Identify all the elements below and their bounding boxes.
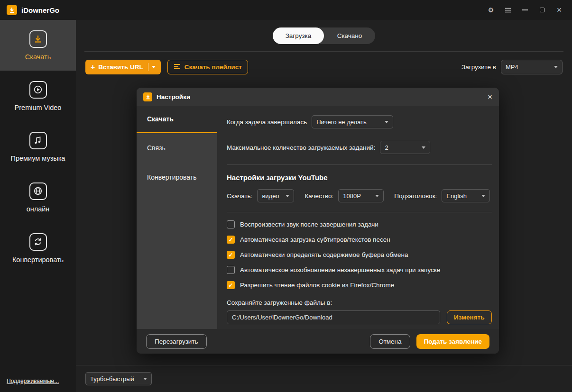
maximize-icon[interactable] [536,4,548,16]
chevron-down-icon [385,121,388,123]
checkbox-row: Автоматическое возобновление незавершенн… [227,265,492,274]
yt-subtitle-label: Подзаголовок: [394,192,437,200]
convert-icon [29,233,47,251]
premium-music-icon [29,132,47,149]
task-finished-label: Когда задача завершилась [227,119,307,126]
bottom-bar: Турбо-быстрый [76,365,572,392]
sidebar-item-premium-video[interactable]: Premium Video [0,71,76,121]
check-icon: ✓ [228,237,233,243]
dialog-header: Настройки × [137,88,499,106]
playlist-icon [174,64,181,71]
checkbox-read-cookies[interactable]: ✓ [227,281,235,289]
download-playlist-button[interactable]: Скачать плейлист [167,60,248,74]
sidebar-item-label: Премиум музыка [11,155,65,162]
sidebar-item-online[interactable]: онлайн [0,172,76,223]
speed-select[interactable]: Турбо-быстрый [85,372,152,385]
minimize-icon[interactable] [519,4,531,16]
settings-tab-convert[interactable]: Конвертировать [137,163,217,192]
online-icon [29,182,47,200]
reload-button[interactable]: Перезагрузить [146,334,207,349]
settings-dialog: Настройки × Скачать Связь Конвертировать… [137,88,499,354]
chevron-down-icon [286,195,289,197]
max-downloads-label: Максимальное количество загружаемых зада… [227,144,375,151]
save-path-label: Сохраняйте загруженные файлы в: [227,299,492,306]
yt-quality-label: Качество: [304,192,333,200]
chevron-down-icon [375,195,379,197]
sidebar-item-premium-music[interactable]: Премиум музыка [0,121,76,172]
chevron-down-icon [143,378,147,380]
app-title: iDownerGo [21,6,59,14]
format-select[interactable]: MP4 [501,60,563,74]
apply-button[interactable]: Подать заявление [416,334,489,349]
download-icon [29,30,47,48]
chevron-down-icon [422,146,425,149]
gear-icon[interactable]: ⚙ [485,4,497,16]
supported-sites-link[interactable]: Поддерживаемые... [7,378,59,384]
sidebar: Скачать Premium Video Премиум музыка онл… [0,20,76,392]
tab-downloading[interactable]: Загрузка [273,27,324,44]
checkbox-auto-subtitles[interactable]: ✓ [227,236,235,244]
close-icon[interactable]: × [553,4,565,16]
settings-tab-download[interactable]: Скачать [137,106,217,133]
divider [148,63,148,71]
app-logo-icon [7,5,17,15]
checkbox-play-sound[interactable] [227,220,235,228]
chevron-down-icon [481,195,485,197]
max-downloads-select[interactable]: 2 [380,141,430,154]
checkbox-row: ✓ Разрешить чтение файлов cookie из Fire… [227,281,492,290]
check-icon: ✓ [228,252,233,258]
settings-tab-connection[interactable]: Связь [137,133,217,163]
paste-url-button[interactable]: + Вставить URL [85,60,161,74]
chevron-down-icon [554,66,558,68]
premium-video-icon [29,81,47,99]
change-path-button[interactable]: Изменять [447,310,492,324]
tab-downloaded[interactable]: Скачано [324,27,375,44]
window-controls: ⚙ × [485,4,565,16]
checkbox-clipboard-detect[interactable]: ✓ [227,251,235,259]
yt-download-select[interactable]: видео [257,189,294,202]
chevron-down-icon[interactable] [152,66,156,68]
settings-tabs: Скачать Связь Конвертировать [137,106,217,329]
checkbox-row: ✓ Автоматическая загрузка субтитров/текс… [227,235,492,244]
save-path-input[interactable] [227,310,440,324]
titlebar: iDownerGo ⚙ × [0,0,572,20]
divider [227,164,492,165]
sidebar-item-convert[interactable]: Конвертировать [0,223,76,273]
checkbox-resume-on-start[interactable] [227,266,235,274]
sidebar-item-label: Premium Video [15,104,62,111]
yt-subtitle-select[interactable]: English [442,189,490,202]
paste-url-label: Вставить URL [98,64,143,71]
divider [227,212,492,212]
dialog-close-icon[interactable]: × [488,93,492,101]
settings-content: Когда задача завершилась Ничего не делат… [217,106,499,329]
sidebar-item-label: онлайн [27,205,50,213]
toolbar: + Вставить URL Скачать плейлист Загрузит… [76,52,572,74]
checkbox-row: ✓ Автоматически определять содержимое бу… [227,250,492,259]
sidebar-item-label: Скачать [25,53,51,61]
yt-download-label: Скачать: [227,192,252,200]
yt-quality-select[interactable]: 1080P [338,189,384,202]
cancel-button[interactable]: Отмена [370,334,410,349]
check-icon: ✓ [228,282,233,289]
app-logo-icon [143,92,152,101]
sidebar-item-download[interactable]: Скачать [0,20,76,71]
dialog-title: Настройки [157,93,190,100]
task-finished-select[interactable]: Ничего не делать [312,115,393,128]
plus-icon: + [91,64,95,71]
download-to-label: Загрузите в [461,64,496,71]
dialog-footer: Перезагрузить Отмена Подать заявление [137,329,499,354]
checkbox-row: Воспроизвести звук после завершения зада… [227,220,492,229]
sidebar-item-label: Конвертировать [12,256,64,264]
view-tabs: Загрузка Скачано [273,27,375,44]
youtube-settings-heading: Настройки загрузки YouTube [227,173,492,182]
menu-icon[interactable] [502,4,514,16]
